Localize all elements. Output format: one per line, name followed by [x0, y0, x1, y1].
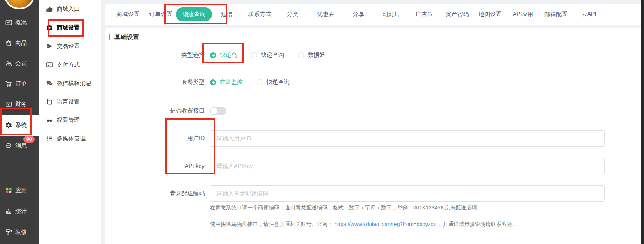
message-icon [5, 142, 12, 150]
radio-kuaidiniao[interactable]: 快递鸟 [210, 51, 237, 59]
gear-icon [5, 122, 12, 129]
radio-express-query[interactable]: 快递查询 [251, 51, 284, 59]
field-label: API key [105, 163, 205, 169]
sidebar-item-label: 会员 [15, 60, 27, 67]
menu-item-wechat-template-messages[interactable]: 微信模板消息 [39, 74, 101, 92]
main-area: 商城设置 订单设置 物流查询 短信 联系方式 分类 优惠券 分享 幻灯片 广告位… [101, 0, 641, 244]
row-package-type: 套餐类型 在途监控 快递查询 [105, 74, 641, 90]
menu-item-label: 交易设置 [57, 43, 80, 50]
help-text-prefix: 使用快递鸟物流接口，请注意开通相关账号。官网： [210, 221, 333, 227]
menu-item-language-settings[interactable]: 语言设置 [39, 92, 101, 111]
field-label: 套餐类型 [105, 78, 205, 86]
radio-dot [210, 52, 216, 58]
sidebar-item-label: 财务 [15, 101, 27, 108]
radio-package-express-query[interactable]: 快递查询 [257, 78, 290, 86]
menu-item-label: 微信模板消息 [57, 80, 91, 87]
avatar[interactable] [4, 0, 35, 9]
goods-icon [5, 39, 12, 47]
sidebar-item-decorate[interactable]: 装修 [0, 222, 39, 242]
secondary-sidebar: 商城入口 商城设置 交易设置 支付方式 微信模板消息 语言设置 权限管理 [39, 0, 101, 244]
radio-dot [251, 52, 257, 58]
members-icon [5, 60, 12, 67]
user-id-input[interactable] [210, 130, 605, 147]
sidebar-item-label: 商品 [15, 39, 27, 47]
settings-content-card: 基础设置 类型选择 快递鸟 快递查询 数据通 套餐 [105, 28, 641, 244]
section-header: 基础设置 [109, 33, 139, 41]
api-key-input[interactable] [210, 158, 605, 174]
section-accent-bar [109, 34, 110, 40]
thumb-up-icon [46, 6, 53, 13]
paint-roller-icon [5, 228, 12, 236]
sidebar-item-overview[interactable]: 概况 [0, 12, 39, 33]
menu-item-multimedia-management[interactable]: 多媒体管理 [39, 129, 101, 148]
tab-category[interactable]: 分类 [276, 11, 309, 18]
message-count-badge: 90 [23, 136, 35, 143]
tab-ad-slot[interactable]: 广告位 [408, 11, 441, 18]
tab-cloud-api[interactable]: 云API [572, 11, 605, 18]
field-label: 是否收费接口 [105, 107, 205, 115]
tab-api-app[interactable]: API应用 [507, 11, 539, 18]
sidebar-item-label: 订单 [15, 80, 27, 87]
kdniao-help-text: 使用快递鸟物流接口，请注意开通相关账号。官网： https://www.kdni… [210, 221, 518, 228]
sidebar-item-stats[interactable]: 统计 [0, 201, 39, 222]
tab-coupon[interactable]: 优惠券 [309, 11, 342, 18]
paper-plane-icon [46, 43, 53, 50]
sidebar-item-finance[interactable]: 财务 [0, 94, 39, 115]
tab-logistics-query[interactable]: 物流查询 [177, 7, 210, 21]
wechat-icon [46, 80, 53, 87]
field-label: 青龙配送编码 [105, 190, 205, 197]
paid-api-toggle[interactable] [210, 107, 226, 115]
menu-item-mall-settings[interactable]: 商城设置 [39, 18, 101, 37]
sidebar-item-goods[interactable]: 商品 [0, 33, 39, 53]
sidebar-item-label: 消息 [15, 142, 27, 150]
field-label: 用户ID [105, 135, 205, 142]
list-icon [46, 135, 53, 142]
tab-sms[interactable]: 短信 [210, 11, 243, 18]
row-user-id: 用户ID [105, 130, 641, 147]
radio-dot [298, 52, 304, 58]
tab-asset-password[interactable]: 资产密码 [441, 11, 474, 18]
help-text-suffix: ，开通详情步骤说明请联系客服。 [437, 221, 518, 227]
kdniao-link[interactable]: https://www.kdniao.com/reg?from=cbbyzxx [335, 221, 436, 227]
row-type-select: 类型选择 快递鸟 快递查询 数据通 [105, 47, 641, 63]
apps-icon [5, 187, 12, 194]
menu-item-label: 语言设置 [57, 98, 80, 106]
sidebar-item-label: 系统 [15, 122, 27, 129]
tab-share[interactable]: 分享 [342, 11, 375, 18]
sidebar-item-label: 应用 [15, 187, 27, 194]
scrollbar[interactable] [641, 0, 644, 244]
radio-dot [257, 79, 263, 85]
radio-in-transit-monitor[interactable]: 在途监控 [210, 78, 243, 86]
active-tab-pill: 物流查询 [176, 7, 212, 21]
bar-chart-icon [5, 208, 12, 215]
toggle-knob [211, 108, 217, 114]
menu-item-label: 权限管理 [57, 117, 80, 124]
sidebar-item-apps[interactable]: 应用 [0, 180, 39, 201]
sidebar-item-orders[interactable]: 订单 [0, 74, 39, 94]
tab-mail-config[interactable]: 邮箱配置 [539, 11, 572, 18]
tab-slideshow[interactable]: 幻灯片 [375, 11, 408, 18]
tab-map-settings[interactable]: 地图设置 [474, 11, 507, 18]
orders-cart-icon [5, 80, 12, 87]
menu-item-payment-methods[interactable]: 支付方式 [39, 55, 101, 74]
menu-item-label: 多媒体管理 [57, 135, 86, 143]
menu-item-mall-entry[interactable]: 商城入口 [39, 0, 101, 18]
tab-contact[interactable]: 联系方式 [243, 11, 276, 18]
gear-icon [46, 24, 53, 31]
menu-item-permission-management[interactable]: 权限管理 [39, 111, 101, 129]
radio-dot [210, 79, 216, 85]
menu-item-label: 商城设置 [57, 24, 80, 32]
qinglong-help-text: 在青龙系统申请一个商家编码，也叫青龙配送编码，格式：数字＋字母＋数字，举例：00… [210, 204, 477, 212]
tab-mall-settings[interactable]: 商城设置 [112, 11, 144, 18]
row-qinglong-code: 青龙配送编码 [105, 185, 641, 202]
sidebar-item-system[interactable]: 系统 [0, 115, 39, 136]
qinglong-code-input[interactable] [210, 185, 605, 202]
sidebar-item-label: 统计 [15, 208, 27, 215]
row-paid-api: 是否收费接口 [105, 103, 641, 119]
tab-order-settings[interactable]: 订单设置 [144, 11, 177, 18]
radio-shujutong[interactable]: 数据通 [298, 51, 325, 59]
sidebar-item-members[interactable]: 会员 [0, 53, 39, 74]
settings-tab-bar: 商城设置 订单设置 物流查询 短信 联系方式 分类 优惠券 分享 幻灯片 广告位… [105, 4, 641, 25]
menu-item-label: 商城入口 [57, 5, 80, 13]
menu-item-trade-settings[interactable]: 交易设置 [39, 37, 101, 55]
